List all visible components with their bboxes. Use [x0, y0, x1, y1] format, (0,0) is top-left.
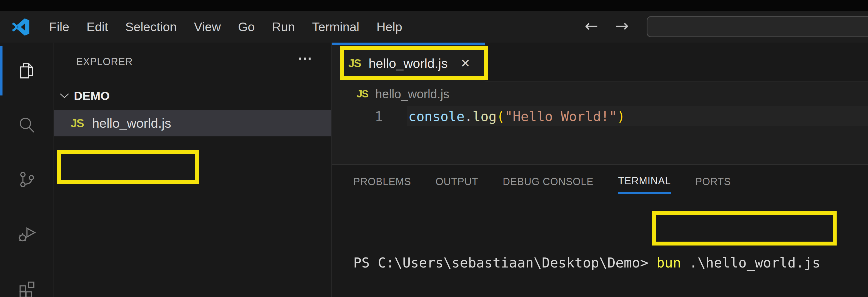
token-dot: .	[464, 109, 472, 124]
js-file-icon: JS	[70, 117, 84, 130]
editor-tab-bar: JS hello_world.js ✕	[332, 43, 868, 82]
line-number: 1	[332, 109, 395, 124]
titlebar: File Edit Selection View Go Run Terminal…	[0, 11, 868, 43]
terminal-command-bun: bun	[657, 255, 681, 271]
js-file-icon: JS	[356, 88, 368, 100]
back-arrow-icon[interactable]: ←	[585, 11, 598, 43]
terminal-command-args: .\hello_world.js	[681, 255, 820, 271]
menu-edit[interactable]: Edit	[78, 11, 117, 43]
run-debug-icon[interactable]	[17, 224, 37, 244]
terminal-line-command: PS C:\Users\sebastiaan\Desktop\Demo> bun…	[353, 254, 868, 272]
source-control-icon[interactable]	[17, 169, 37, 190]
tab-ports[interactable]: PORTS	[695, 170, 731, 194]
folder-name: DEMO	[74, 89, 110, 103]
active-view-indicator	[0, 46, 2, 96]
bottom-panel: PROBLEMS OUTPUT DEBUG CONSOLE TERMINAL P…	[332, 164, 868, 297]
editor-area: JS hello_world.js ✕ JS hello_world.js 1 …	[332, 43, 868, 297]
menu-view[interactable]: View	[185, 11, 229, 43]
menu-help[interactable]: Help	[368, 11, 411, 43]
panel-tab-bar: PROBLEMS OUTPUT DEBUG CONSOLE TERMINAL P…	[332, 165, 868, 194]
menu-go[interactable]: Go	[229, 11, 263, 43]
tab-hello-world[interactable]: JS hello_world.js ✕	[332, 43, 485, 82]
explorer-icon[interactable]	[17, 61, 37, 81]
terminal-output[interactable]: PS C:\Users\sebastiaan\Desktop\Demo> bun…	[353, 217, 868, 297]
tab-terminal[interactable]: TERMINAL	[618, 170, 671, 194]
menu-selection[interactable]: Selection	[117, 11, 185, 43]
js-file-icon: JS	[348, 57, 361, 70]
token-log: log	[472, 109, 497, 124]
explorer-sidebar: EXPLORER ⋯ DEMO JS hello_world.js	[54, 43, 332, 297]
menu-file[interactable]: File	[40, 11, 78, 43]
token-open-paren: (	[497, 109, 505, 124]
command-center-searchbox[interactable]	[647, 16, 868, 37]
more-actions-icon[interactable]: ⋯	[298, 50, 313, 66]
token-console: console	[408, 109, 464, 124]
code-text: console.log("Hello World!")	[395, 109, 625, 124]
token-close-paren: )	[617, 109, 625, 124]
code-line-1[interactable]: 1 console.log("Hello World!")	[332, 106, 868, 126]
window-top-strip	[0, 0, 868, 11]
folder-row-demo[interactable]: DEMO	[59, 88, 110, 104]
close-icon[interactable]: ✕	[461, 56, 470, 70]
menu-bar: File Edit Selection View Go Run Terminal…	[40, 11, 411, 43]
terminal-prompt: PS C:\Users\sebastiaan\Desktop\Demo>	[353, 255, 648, 271]
extensions-icon[interactable]	[17, 278, 37, 297]
activity-bar	[0, 43, 53, 297]
forward-arrow-icon[interactable]: →	[615, 11, 629, 43]
token-string: "Hello World!"	[505, 109, 617, 124]
sidebar-title: EXPLORER	[76, 56, 133, 68]
tab-label: hello_world.js	[369, 56, 448, 71]
tab-debug-console[interactable]: DEBUG CONSOLE	[503, 170, 594, 194]
tab-output[interactable]: OUTPUT	[436, 170, 478, 194]
search-icon[interactable]	[17, 115, 37, 135]
chevron-down-icon	[59, 93, 69, 99]
file-name: hello_world.js	[92, 115, 171, 131]
vscode-logo-icon	[12, 18, 29, 36]
breadcrumb-label: hello_world.js	[375, 87, 450, 101]
menu-run[interactable]: Run	[263, 11, 304, 43]
breadcrumb[interactable]: JS hello_world.js	[332, 82, 868, 106]
file-row-hello-world[interactable]: JS hello_world.js	[54, 110, 331, 136]
menu-terminal[interactable]: Terminal	[304, 11, 368, 43]
tab-problems[interactable]: PROBLEMS	[353, 170, 411, 194]
vscode-window: File Edit Selection View Go Run Terminal…	[0, 0, 868, 297]
